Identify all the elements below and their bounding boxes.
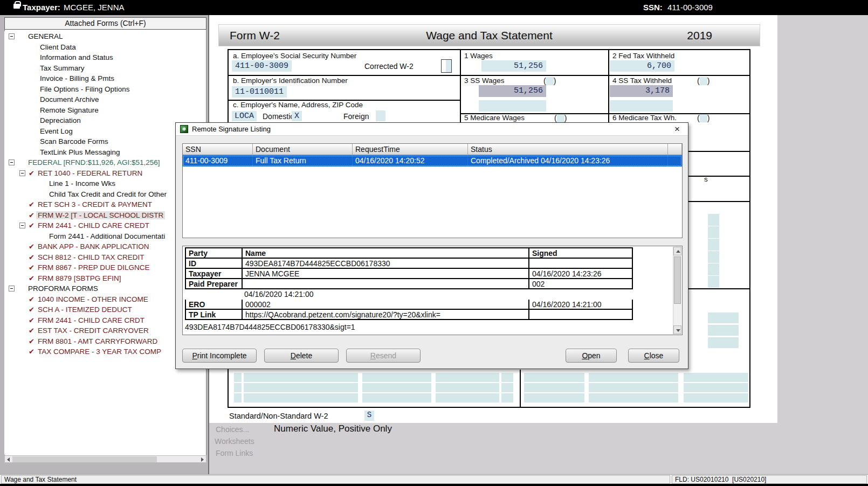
tree-item-label[interactable]: EST TAX - CREDIT CARRYOVER xyxy=(36,327,150,335)
tree-item-label[interactable]: FRM 2441 - CHILD CARE CRDT xyxy=(36,316,146,324)
tree-item-label[interactable]: FRM 8879 [SBTPG EFIN] xyxy=(36,274,123,282)
tree-item-label[interactable]: Form 2441 - Additional Documentati xyxy=(47,232,167,240)
tree-item-label[interactable]: File Options - Filing Options xyxy=(38,85,132,93)
box4-mini-field[interactable] xyxy=(700,77,707,85)
signature-row[interactable]: 411-00-3009Full Tax Return04/16/2020 14:… xyxy=(183,155,682,166)
detail-vertical-scrollbar[interactable] xyxy=(673,247,681,334)
tree-item-label[interactable]: RET 1040 - FEDERAL RETURN xyxy=(36,169,144,177)
w2-row-line-6 xyxy=(688,201,749,202)
scrollbar-thumb[interactable] xyxy=(12,456,157,462)
tree-item-label[interactable]: Information and Status xyxy=(38,53,115,61)
column-header-ssn[interactable]: SSN xyxy=(183,144,253,155)
resend-button[interactable]: Resend xyxy=(346,349,421,363)
party-row[interactable]: TaxpayerJENNA MCGEE04/16/2020 14:23:26 xyxy=(185,269,633,279)
tree-item-label[interactable]: Client Data xyxy=(38,43,78,51)
box4b-field[interactable] xyxy=(610,100,673,112)
party-row[interactable]: ERO00000204/16/2020 14:21:00 xyxy=(185,300,633,310)
print-incomplete-button[interactable]: Print Incomplete xyxy=(182,349,257,363)
tree-item[interactable]: File Options - Filing Options xyxy=(4,84,206,95)
party-cell-signed xyxy=(528,289,633,300)
box1-field[interactable]: 51,256 xyxy=(481,60,546,72)
column-header-stub xyxy=(668,144,682,155)
expander-minus-icon[interactable] xyxy=(19,223,25,228)
box2-field[interactable]: 6,700 xyxy=(610,60,674,72)
tree-item-label[interactable]: RET SCH 3 - CREDIT & PAYMENT xyxy=(36,200,154,209)
corrected-w2-checkbox[interactable] xyxy=(441,59,452,73)
party-row[interactable]: 04/16/2020 14:21:00 xyxy=(185,289,633,300)
scroll-down-button[interactable] xyxy=(673,325,681,334)
tree-item-label[interactable]: Document Archive xyxy=(38,95,101,103)
tree-item-label[interactable]: Remote Signature xyxy=(38,106,100,114)
tree-item-label[interactable]: SCH A - ITEMIZED DEDUCT xyxy=(36,306,134,314)
tree-item[interactable]: Tax Summary xyxy=(4,63,206,74)
scrollbar-thumb[interactable] xyxy=(674,256,681,304)
tree-item[interactable]: GENERAL xyxy=(4,31,206,42)
tree-item-label[interactable]: FEDERAL [RFND:$11,926, AGI:$51,256] xyxy=(26,158,162,166)
party-row[interactable]: ID493DEA8174B7D444825ECCBD06178330 xyxy=(185,259,633,269)
tree-item-label[interactable]: Child Tax Credit and Credit for Other xyxy=(47,190,168,198)
tree-item-label[interactable]: 1040 INCOME - OTHER INCOME xyxy=(36,295,150,303)
column-header-status[interactable]: Status xyxy=(468,144,668,155)
dialog-title-bar[interactable]: ✱ Remote Signature Listing × xyxy=(176,123,688,136)
close-icon[interactable]: × xyxy=(672,124,683,135)
domestic-field[interactable]: X xyxy=(292,111,302,121)
close-button[interactable]: Close xyxy=(628,349,679,363)
scroll-left-icon[interactable] xyxy=(7,457,10,462)
box3b-field[interactable] xyxy=(479,100,546,112)
party-table: PartyNameSignedID493DEA8174B7D444825ECCB… xyxy=(185,247,633,320)
tree-item-label[interactable]: Line 1 - Income Wks xyxy=(47,179,117,188)
employer-name-field[interactable]: LOCA xyxy=(232,111,257,121)
tree-item[interactable]: Document Archive xyxy=(4,94,206,105)
ssn-field[interactable]: 411-00-3009 xyxy=(232,60,292,72)
open-button[interactable]: Open xyxy=(566,349,617,363)
arrow-up-icon xyxy=(676,250,680,253)
scroll-right-icon[interactable] xyxy=(201,457,204,462)
tree-item-label[interactable]: FRM 8801 - AMT CARRYFORWARD xyxy=(36,337,159,345)
party-row[interactable]: TP Linkhttps://QAcobrand.petzent.com/sig… xyxy=(185,310,633,320)
ein-field[interactable]: 11-0110011 xyxy=(232,86,287,98)
tree-item-label[interactable]: Scan Barcode Forms xyxy=(38,137,110,145)
tree-item[interactable]: Invoice - Billing & Pmts xyxy=(4,73,206,84)
expander-minus-icon[interactable] xyxy=(9,159,15,165)
choices-link[interactable]: Choices... xyxy=(216,425,249,434)
attached-forms-header[interactable]: Attached Forms (Ctrl+F) xyxy=(4,17,206,30)
tree-item-label[interactable]: SCH 8812 - CHILD TAX CREDIT xyxy=(36,253,146,261)
tree-item-label[interactable]: Tax Summary xyxy=(38,64,86,72)
tree-horizontal-scrollbar[interactable] xyxy=(4,455,206,463)
box5-mini-field[interactable] xyxy=(557,114,564,122)
tree-item-label[interactable]: PROFORMA FORMS xyxy=(26,284,100,293)
tree-item-label[interactable]: BANK APP - BANK APPLICATION xyxy=(36,242,151,251)
box3-field[interactable]: 51,256 xyxy=(479,85,546,97)
tree-item-label[interactable]: Invoice - Billing & Pmts xyxy=(38,74,116,82)
column-header-requesttime[interactable]: RequestTime xyxy=(353,144,468,155)
box6-mini-field[interactable] xyxy=(700,114,707,122)
tree-item-label[interactable]: FRM 2441 - CHILD CARE CREDT xyxy=(36,221,151,230)
tree-item[interactable]: Remote Signature xyxy=(4,105,206,116)
tree-item-label[interactable]: TextLink Plus Messaging xyxy=(38,148,122,156)
tree-item-label[interactable]: GENERAL xyxy=(26,32,65,40)
party-row[interactable]: Paid Preparer002 xyxy=(185,279,633,289)
w2-empty-cell xyxy=(708,263,719,275)
standard-w2-field[interactable]: S xyxy=(364,411,374,421)
tree-item[interactable]: Client Data xyxy=(4,42,206,53)
expander-minus-icon[interactable] xyxy=(9,33,15,39)
tree-item-label[interactable]: FRM 8867 - PREP DUE DILGNCE xyxy=(36,263,151,272)
scroll-up-button[interactable] xyxy=(673,247,681,255)
tree-item-label[interactable]: TAX COMPARE - 3 YEAR TAX COMP xyxy=(36,348,163,356)
box-a-label: a. Employee's Social Security Number xyxy=(233,52,356,60)
tree-item-label[interactable]: Event Log xyxy=(38,127,74,135)
tree-item-label[interactable]: FRM W-2 [T - LOCAL SCHOOL DISTR xyxy=(36,211,165,219)
w2-row-line-5 xyxy=(688,176,749,177)
foreign-field[interactable] xyxy=(376,110,385,121)
tree-item-label[interactable]: Depreciation xyxy=(38,116,82,124)
column-header-document[interactable]: Document xyxy=(253,144,353,155)
delete-button[interactable]: Delete xyxy=(264,349,339,363)
box3-mini-field[interactable] xyxy=(546,77,554,85)
expander-minus-icon[interactable] xyxy=(9,286,15,291)
form-links-link[interactable]: Form Links xyxy=(216,449,253,457)
w2-empty-cell xyxy=(708,226,719,238)
box4-field[interactable]: 3,178 xyxy=(610,85,673,97)
tree-item[interactable]: Information and Status xyxy=(4,52,206,63)
worksheets-link[interactable]: Worksheets xyxy=(215,437,254,446)
expander-minus-icon[interactable] xyxy=(19,170,25,176)
